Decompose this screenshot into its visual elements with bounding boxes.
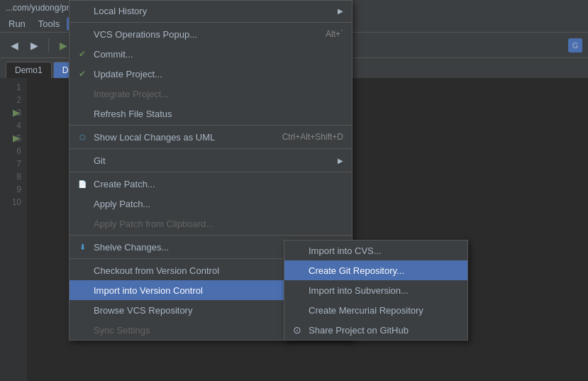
- apply-patch-icon: [75, 197, 89, 211]
- git-arrow: ▶: [338, 157, 343, 165]
- menu-create-patch[interactable]: 📄 Create Patch...: [70, 174, 352, 194]
- apply-patch-label: Apply Patch...: [94, 199, 343, 209]
- github-icon: ⊙: [290, 323, 304, 337]
- divider-3: [70, 148, 352, 149]
- divider-4: [70, 172, 352, 172]
- checkout-icon: [75, 263, 89, 277]
- git-icon: [75, 153, 89, 167]
- menu-local-history[interactable]: Local History ▶: [70, 1, 352, 21]
- create-patch-icon: 📄: [75, 177, 89, 191]
- menu-integrate-project: Integrate Project...: [70, 84, 352, 104]
- update-project-label: Update Project...: [94, 69, 343, 79]
- menu-run[interactable]: Run: [3, 17, 31, 31]
- commit-icon: ✔: [75, 47, 89, 61]
- import-submenu[interactable]: Import into CVS... Create Git Repository…: [284, 240, 468, 341]
- shelve-changes-icon: ⬇: [75, 240, 89, 254]
- apply-patch-clipboard-icon: [75, 216, 89, 231]
- local-history-arrow: ▶: [338, 7, 343, 15]
- tab-demo1[interactable]: Demo1: [6, 62, 52, 78]
- update-project-icon: ✔: [75, 67, 89, 81]
- refresh-file-status-icon: [75, 106, 89, 121]
- divider-5: [70, 235, 352, 236]
- show-local-changes-shortcut: Ctrl+Alt+Shift+D: [282, 132, 343, 142]
- create-git-icon: [290, 263, 304, 277]
- uml-icon: ⬡: [75, 130, 89, 144]
- divider-1: [70, 22, 352, 23]
- sync-settings-icon: [75, 323, 89, 337]
- menu-update-project[interactable]: ✔ Update Project...: [70, 64, 352, 84]
- menu-apply-patch-clipboard: Apply Patch from Clipboard...: [70, 214, 352, 233]
- create-git-label: Create Git Repository...: [309, 265, 459, 276]
- menu-vcs-operations[interactable]: VCS Operations Popup... Alt+`: [70, 24, 352, 44]
- toolbar-separator: [48, 38, 49, 53]
- toolbar-back-btn[interactable]: ◀: [6, 37, 23, 54]
- vcs-operations-label: VCS Operations Popup...: [94, 29, 311, 40]
- browse-vcs-icon: [75, 303, 89, 317]
- create-mercurial-icon: [290, 303, 304, 317]
- integrate-project-icon: [75, 87, 89, 101]
- local-history-icon: [75, 4, 89, 18]
- submenu-create-mercurial[interactable]: Create Mercurial Repository: [284, 300, 467, 320]
- show-local-changes-label: Show Local Changes as UML: [94, 132, 268, 143]
- refresh-file-status-label: Refresh File Status: [94, 109, 343, 119]
- commit-label: Commit...: [94, 49, 343, 60]
- vcs-operations-shortcut: Alt+`: [326, 29, 343, 39]
- menu-refresh-file-status[interactable]: Refresh File Status: [70, 104, 352, 123]
- submenu-share-github[interactable]: ⊙ Share Project on GitHub: [284, 320, 467, 340]
- import-subversion-label: Import into Subversion...: [309, 285, 459, 296]
- import-subversion-icon: [290, 283, 304, 297]
- import-cvs-label: Import into CVS...: [309, 245, 459, 256]
- submenu-create-git[interactable]: Create Git Repository...: [284, 260, 467, 280]
- submenu-import-subversion[interactable]: Import into Subversion...: [284, 280, 467, 300]
- create-mercurial-label: Create Mercurial Repository: [309, 305, 459, 316]
- import-cvs-icon: [290, 243, 304, 258]
- menu-apply-patch[interactable]: Apply Patch...: [70, 194, 352, 214]
- submenu-import-cvs[interactable]: Import into CVS...: [284, 241, 467, 260]
- vcs-operations-icon: [75, 27, 89, 41]
- create-patch-label: Create Patch...: [94, 179, 343, 189]
- menu-tools[interactable]: Tools: [33, 17, 65, 31]
- menu-git[interactable]: Git ▶: [70, 150, 352, 170]
- menu-show-local-changes[interactable]: ⬡ Show Local Changes as UML Ctrl+Alt+Shi…: [70, 127, 352, 147]
- integrate-project-label: Integrate Project...: [94, 89, 343, 99]
- import-vcs-icon: [75, 283, 89, 297]
- local-history-label: Local History: [94, 6, 332, 16]
- vcs-icon: G: [568, 38, 582, 53]
- divider-2: [70, 125, 352, 126]
- apply-patch-clipboard-label: Apply Patch from Clipboard...: [94, 219, 343, 229]
- line-numbers: 1234 5678 910: [0, 78, 27, 381]
- share-github-label: Share Project on GitHub: [309, 325, 459, 336]
- toolbar-forward-btn[interactable]: ▶: [26, 37, 43, 54]
- git-label: Git: [94, 155, 332, 166]
- menu-commit[interactable]: ✔ Commit...: [70, 44, 352, 64]
